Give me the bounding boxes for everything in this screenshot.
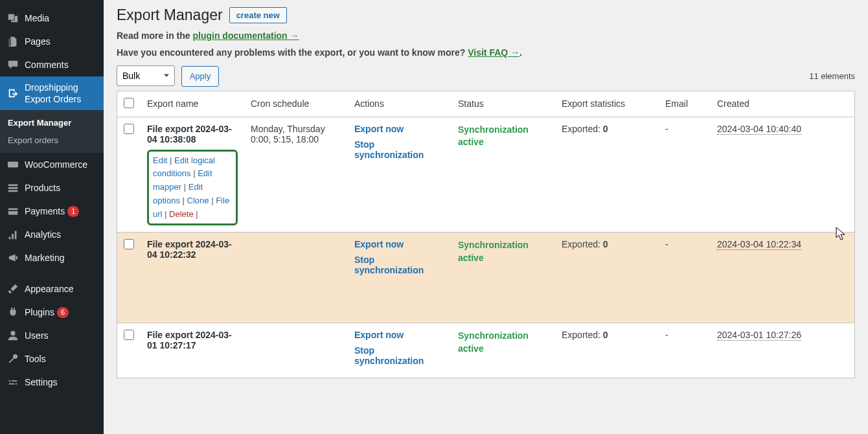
row-action-delete[interactable]: Delete <box>169 209 194 219</box>
sidebar-item-label: WooCommerce <box>25 159 87 170</box>
intro-faq-pre: Have you encountered any problems with t… <box>117 47 468 58</box>
table-row: File export 2024-03-04 10:22:32 Export n… <box>117 233 855 323</box>
svg-rect-0 <box>8 162 18 168</box>
sidebar-item-pages[interactable]: Pages <box>0 30 104 53</box>
col-header-status: Status <box>451 91 555 117</box>
notification-badge: 6 <box>57 307 69 318</box>
intro-faq-post: . <box>520 47 522 58</box>
sidebar-item-woocommerce[interactable]: WooCommerce <box>0 153 104 176</box>
sidebar-item-label: Appearance <box>25 283 74 295</box>
stop-sync-link[interactable]: Stop synchronization <box>354 345 445 366</box>
sidebar-item-label: Plugins <box>25 306 54 318</box>
export-now-link[interactable]: Export now <box>354 330 445 340</box>
create-new-button[interactable]: create new <box>229 7 287 23</box>
bulk-action-select[interactable]: Bulk <box>117 65 175 86</box>
admin-sidebar: Media Pages Comments Dropshipping Export… <box>0 0 104 434</box>
row-actions: Edit | Edit logical conditions | Edit ma… <box>147 150 238 226</box>
row-action-edit[interactable]: Edit <box>153 155 167 165</box>
exports-table: Export name Cron schedule Actions Status… <box>117 91 855 379</box>
submenu-item-export-orders[interactable]: Export orders <box>0 131 104 149</box>
col-header-cron[interactable]: Cron schedule <box>244 91 348 117</box>
plugin-documentation-link[interactable]: plugin documentation → <box>192 30 299 41</box>
select-all-header <box>117 91 141 117</box>
sidebar-item-label: Pages <box>25 36 51 47</box>
sidebar-item-analytics[interactable]: Analytics <box>0 223 104 246</box>
col-header-name[interactable]: Export name <box>141 91 244 117</box>
element-count: 11 elements <box>809 71 855 81</box>
sidebar-item-label: Media <box>25 12 49 24</box>
page-title-text: Export Manager <box>117 6 223 24</box>
created-timestamp: 2024-03-01 10:27:26 <box>717 330 801 341</box>
sidebar-item-comments[interactable]: Comments <box>0 53 104 76</box>
row-checkbox[interactable] <box>124 124 134 134</box>
products-icon <box>6 181 19 194</box>
sidebar-item-label: Analytics <box>25 229 61 240</box>
pages-icon <box>6 35 19 48</box>
sync-status: Synchronization active <box>458 124 529 148</box>
email-cell: - <box>659 117 711 233</box>
sidebar-submenu: Export Manager Export orders <box>0 110 104 153</box>
export-icon <box>6 87 19 100</box>
export-name: File export 2024-03-04 10:38:08 <box>147 124 232 144</box>
page-title: Export Manager create new <box>117 6 855 24</box>
export-name: File export 2024-03-01 10:27:17 <box>147 330 232 350</box>
col-header-actions: Actions <box>348 91 451 117</box>
sidebar-item-dropshipping-export[interactable]: Dropshipping Export Orders <box>0 76 104 110</box>
notification-badge: 1 <box>67 206 79 217</box>
created-timestamp: 2024-03-04 10:22:34 <box>717 239 801 250</box>
brush-icon <box>6 282 19 295</box>
sidebar-item-users[interactable]: Users <box>0 324 104 347</box>
wrench-icon <box>6 352 19 365</box>
col-header-created[interactable]: Created <box>711 91 855 117</box>
cron-schedule <box>244 323 348 378</box>
sidebar-item-media[interactable]: Media <box>0 6 104 30</box>
cron-schedule <box>244 233 348 323</box>
export-name: File export 2024-03-04 10:22:32 <box>147 239 232 260</box>
sidebar-item-label: Products <box>25 182 60 194</box>
export-stats: Exported: 0 <box>555 323 659 378</box>
select-all-checkbox[interactable] <box>124 98 134 108</box>
main-content: Export Manager create new Read more in t… <box>104 0 868 434</box>
sidebar-item-marketing[interactable]: Marketing <box>0 246 104 269</box>
stop-sync-link[interactable]: Stop synchronization <box>354 139 445 160</box>
sidebar-item-label: Users <box>25 330 49 341</box>
sync-status: Synchronization active <box>458 330 529 354</box>
intro-docs: Read more in the plugin documentation → <box>117 30 855 41</box>
export-now-link[interactable]: Export now <box>354 239 445 249</box>
col-header-stats: Export statistics <box>555 91 659 117</box>
table-row: File export 2024-03-04 10:38:08 Edit | E… <box>117 117 855 233</box>
sidebar-item-label: Dropshipping Export Orders <box>25 82 97 105</box>
sidebar-item-products[interactable]: Products <box>0 176 104 200</box>
sidebar-item-settings[interactable]: Settings <box>0 371 104 394</box>
sidebar-item-appearance[interactable]: Appearance <box>0 277 104 301</box>
cron-schedule: Monday, Thursday 0:00, 5:15, 18:00 <box>244 117 348 233</box>
created-timestamp: 2024-03-04 10:40:40 <box>717 124 801 135</box>
sidebar-item-payments[interactable]: Payments 1 <box>0 200 104 223</box>
submenu-item-export-manager[interactable]: Export Manager <box>0 114 104 131</box>
media-icon <box>6 12 19 25</box>
comments-icon <box>6 58 19 71</box>
row-checkbox[interactable] <box>124 239 134 249</box>
sidebar-item-label: Settings <box>25 376 58 388</box>
sync-status: Synchronization active <box>458 240 529 263</box>
users-icon <box>6 329 19 342</box>
sidebar-item-label: Comments <box>25 59 69 71</box>
export-now-link[interactable]: Export now <box>354 124 445 134</box>
export-stats: Exported: 0 <box>555 233 659 323</box>
sidebar-item-label: Tools <box>25 353 46 365</box>
stop-sync-link[interactable]: Stop synchronization <box>354 255 445 275</box>
megaphone-icon <box>6 251 19 264</box>
apply-button[interactable]: Apply <box>181 66 220 87</box>
sidebar-item-plugins[interactable]: Plugins 6 <box>0 301 104 324</box>
row-action-clone[interactable]: Clone <box>187 196 209 205</box>
analytics-icon <box>6 228 19 241</box>
row-checkbox[interactable] <box>124 330 134 340</box>
intro-faq: Have you encountered any problems with t… <box>117 47 855 58</box>
email-cell: - <box>659 323 711 378</box>
settings-icon <box>6 376 19 389</box>
export-stats: Exported: 0 <box>555 117 659 233</box>
visit-faq-link[interactable]: Visit FAQ → <box>468 47 520 58</box>
plug-icon <box>6 306 19 319</box>
sidebar-item-tools[interactable]: Tools <box>0 347 104 371</box>
svg-point-3 <box>10 331 15 336</box>
